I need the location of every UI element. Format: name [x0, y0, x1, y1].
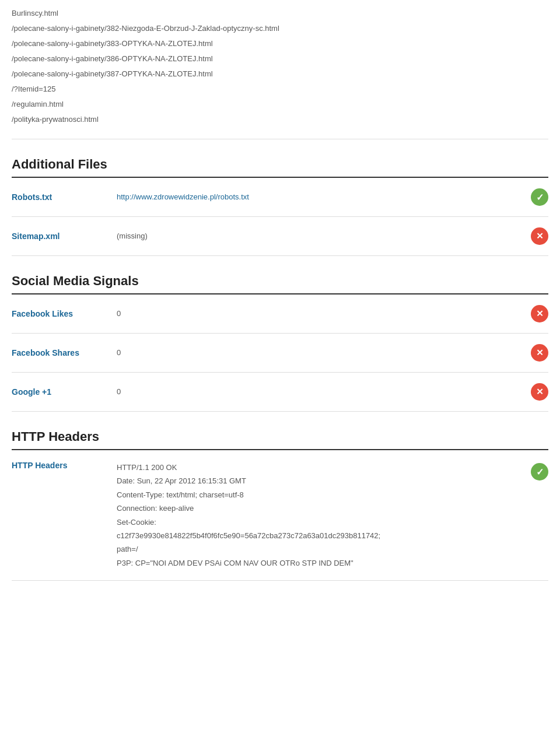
row-value: (missing) [117, 230, 531, 243]
additional-files-section: Additional Files Robots.txthttp://www.zd… [12, 157, 548, 256]
row-value: 0 [117, 308, 531, 320]
http-headers-data-row: HTTP HeadersHTTP/1.1 200 OKDate: Sun, 22… [12, 450, 548, 581]
additional-files-row: Robots.txthttp://www.zdrowewidzenie.pl/r… [12, 178, 548, 217]
row-label: Facebook Shares [12, 348, 117, 357]
url-item: /polecane-salony-i-gabinety/387-OPTYKA-N… [12, 66, 548, 82]
additional-files-row: Sitemap.xml(missing) [12, 217, 548, 256]
http-header-line: Connection: keep-alive [117, 502, 531, 515]
url-item: /polityka-prywatnosci.html [12, 112, 548, 127]
social-media-row: Facebook Likes0 [12, 294, 548, 334]
http-header-line: Set-Cookie: [117, 515, 531, 529]
http-header-line: Content-Type: text/html; charset=utf-8 [117, 488, 531, 502]
row-value: 0 [117, 347, 531, 359]
check-icon [531, 463, 548, 481]
social-media-row: Facebook Shares0 [12, 334, 548, 373]
error-icon [531, 227, 548, 245]
http-header-line: c12f73e9930e814822f5b4f0f6fc5e90=56a72cb… [117, 529, 531, 542]
url-item: /polecane-salony-i-gabinety/382-Niezgoda… [12, 21, 548, 36]
row-label: Facebook Likes [12, 309, 117, 318]
http-header-line: HTTP/1.1 200 OK [117, 461, 531, 474]
row-label: Google +1 [12, 387, 117, 397]
url-item: /polecane-salony-i-gabinety/386-OPTYKA-N… [12, 51, 548, 66]
http-header-line: P3P: CP="NOI ADM DEV PSAi COM NAV OUR OT… [117, 556, 531, 570]
http-headers-value: HTTP/1.1 200 OKDate: Sun, 22 Apr 2012 16… [117, 461, 531, 570]
url-item: /regulamin.html [12, 97, 548, 112]
url-item: /?Itemid=125 [12, 82, 548, 97]
row-label: Robots.txt [12, 192, 117, 202]
http-header-line: path=/ [117, 542, 531, 556]
row-link[interactable]: http://www.zdrowewidzenie.pl/robots.txt [117, 192, 249, 201]
error-icon [531, 305, 548, 322]
http-headers-label: HTTP Headers [12, 461, 117, 470]
row-value[interactable]: http://www.zdrowewidzenie.pl/robots.txt [117, 191, 531, 204]
http-headers-row: HTTP HeadersHTTP/1.1 200 OKDate: Sun, 22… [12, 450, 548, 581]
social-media-row: Google +10 [12, 373, 548, 412]
error-icon [531, 383, 548, 401]
top-urls-block: Burlinscy.html/polecane-salony-i-gabinet… [12, 0, 548, 139]
additional-files-title: Additional Files [12, 157, 548, 178]
row-label: Sitemap.xml [12, 232, 117, 241]
social-media-title: Social Media Signals [12, 273, 548, 294]
http-headers-section: HTTP Headers HTTP HeadersHTTP/1.1 200 OK… [12, 429, 548, 581]
social-media-section: Social Media Signals Facebook Likes0Face… [12, 273, 548, 412]
row-value: 0 [117, 386, 531, 398]
additional-files-rows: Robots.txthttp://www.zdrowewidzenie.pl/r… [12, 178, 548, 256]
social-media-rows: Facebook Likes0Facebook Shares0Google +1… [12, 294, 548, 412]
http-header-line: Date: Sun, 22 Apr 2012 16:15:31 GMT [117, 474, 531, 488]
http-headers-title: HTTP Headers [12, 429, 548, 450]
check-icon [531, 188, 548, 206]
url-item: Burlinscy.html [12, 6, 548, 21]
error-icon [531, 344, 548, 362]
url-item: /polecane-salony-i-gabinety/383-OPTYKA-N… [12, 36, 548, 51]
